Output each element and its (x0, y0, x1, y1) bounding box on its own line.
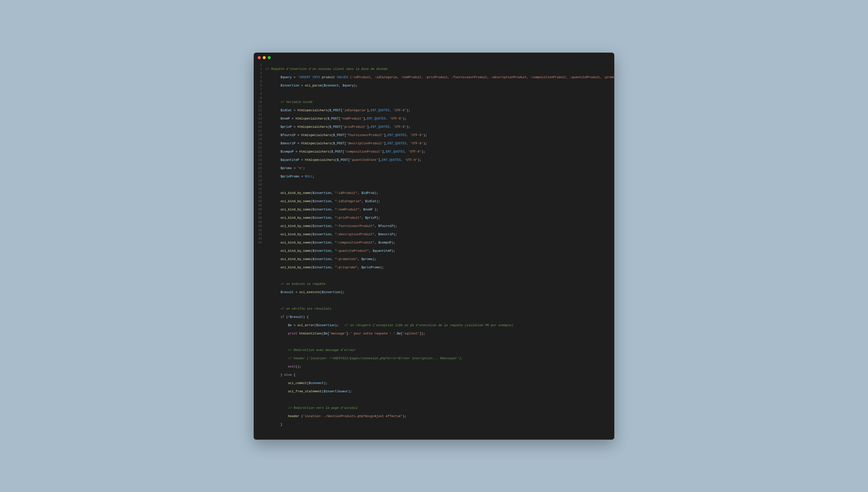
string: 'descriptionProduit' (346, 142, 384, 145)
line-number: 9 (258, 96, 262, 100)
string: 'UTF-8' (393, 125, 406, 129)
line-number: 36 (258, 208, 262, 212)
punct: ( (331, 142, 333, 145)
punct: ( (310, 257, 312, 261)
variable: $insertion (312, 266, 331, 269)
variable: $insertion (312, 257, 331, 261)
function: htmlspecialchars (305, 158, 335, 162)
function: header (288, 415, 299, 418)
punct: ); (376, 216, 380, 220)
punct: ); (375, 191, 378, 195)
function: htmlspecialchars (296, 117, 326, 121)
punct: ( (310, 266, 312, 269)
comment: // on vérifie les résultats (280, 307, 331, 311)
punct: , (331, 200, 335, 203)
line-number: 14 (258, 117, 262, 121)
punct: ); (391, 249, 395, 253)
punct: ); (373, 257, 376, 261)
operator: = (292, 324, 298, 327)
punct: ); (393, 233, 397, 236)
space (339, 324, 344, 327)
punct: , (331, 191, 335, 195)
punct: , (339, 84, 342, 88)
variable: $insertion (322, 291, 340, 294)
variable: $idCat (365, 200, 376, 203)
line-number: 30 (258, 183, 262, 187)
line-number: 42 (258, 232, 262, 237)
punct: ( (322, 332, 324, 336)
string: 'idCategorie' (342, 109, 367, 112)
const: ENT_QUOTES, (386, 150, 408, 153)
variable: $_POST (329, 125, 340, 129)
string: 'UTF-8' (410, 142, 424, 145)
string: 'quantiteStock' (350, 158, 378, 162)
punct: ); (403, 117, 406, 121)
string: 'UTF-8' (393, 109, 406, 112)
punct: ], (382, 150, 386, 153)
function: htmlspecialchars (301, 142, 331, 145)
punct: ( (328, 109, 330, 112)
punct: , (358, 257, 361, 261)
punct: ); (335, 324, 339, 327)
string: 'sqltext' (403, 332, 420, 336)
punct: (! (284, 315, 290, 319)
punct: ; (312, 175, 314, 178)
line-number: 25 (258, 162, 262, 167)
punct: ], (378, 158, 382, 162)
variable: $result (290, 315, 303, 319)
punct: [ (340, 109, 342, 112)
editor-window: 1234567891011121314151617181920212223242… (254, 53, 614, 440)
function: oci_bind_by_name (280, 208, 310, 212)
line-number: 28 (258, 175, 262, 179)
operator: = (294, 150, 300, 153)
variable: $prixPromo (361, 266, 380, 269)
string: 'UTF-8' (389, 117, 403, 121)
minimize-icon[interactable] (263, 56, 266, 59)
line-number: 23 (258, 154, 262, 158)
punct: [ (401, 332, 403, 336)
variable: $prixP (365, 216, 376, 220)
string: ":nomProduit" (335, 208, 360, 212)
comment: // on exécute la requête (280, 282, 326, 286)
punct: ( (314, 324, 316, 327)
variable: $nomP (363, 208, 373, 212)
punct: ( (335, 158, 337, 162)
string: 'nomProduit' (340, 117, 363, 121)
comment: // Redirection avec message d'erreur (288, 348, 356, 352)
punct: ( (328, 125, 330, 129)
punct: ( (326, 117, 328, 121)
string: 'UTF-8' (408, 150, 422, 153)
function: oci_commit (288, 382, 307, 385)
variable: $_POST (333, 133, 344, 137)
string: (:idProduit, :idCategorie, :nomProduit, … (348, 76, 614, 79)
punct: ( (310, 216, 312, 220)
variable: $_POST (333, 142, 344, 145)
code-content[interactable]: // Requête d'insertion d'un nouveau clie… (265, 63, 614, 435)
punct: ); (422, 150, 425, 153)
line-number: 20 (258, 142, 262, 146)
zoom-icon[interactable] (268, 56, 271, 59)
line-number: 24 (258, 158, 262, 162)
line-number: 22 (258, 150, 262, 154)
punct: } (280, 373, 284, 377)
punct: , (331, 224, 335, 228)
punct: { (292, 373, 296, 377)
punct: ); (348, 390, 352, 393)
punct: [ (328, 332, 330, 336)
line-number: 13 (258, 113, 262, 117)
function: oci_free_statement (288, 390, 322, 393)
line-number: 5 (258, 80, 262, 84)
sql-keyword: INTO (310, 76, 320, 79)
close-icon[interactable] (258, 56, 261, 59)
line-number: 8 (258, 92, 262, 96)
operator: = (296, 133, 301, 137)
line-number: 19 (258, 138, 262, 142)
title-bar (254, 53, 614, 62)
line-number: 12 (258, 108, 262, 113)
line-number: 34 (258, 199, 262, 204)
variable: $e (288, 324, 292, 327)
operator: = (292, 125, 298, 129)
punct: , (331, 233, 335, 236)
line-number: 29 (258, 179, 262, 183)
punct: [ (344, 133, 346, 137)
